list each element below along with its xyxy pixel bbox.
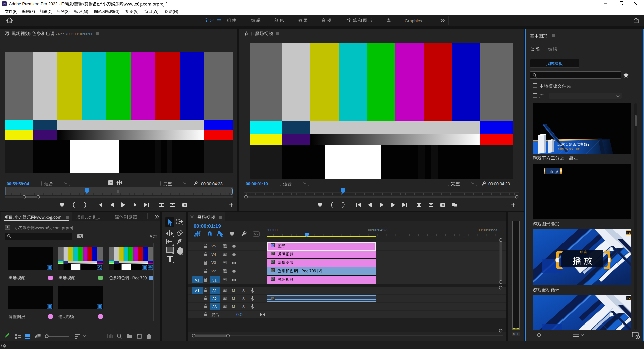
- svg-text::00:00: :00:00: [267, 228, 278, 232]
- svg-text:S: S: [517, 332, 519, 336]
- svg-text:S: S: [513, 332, 515, 336]
- svg-text:00:00:09:23: 00:00:09:23: [478, 228, 497, 232]
- svg-text:T: T: [627, 231, 629, 235]
- svg-text:T: T: [627, 297, 629, 300]
- svg-text:00:00:04:23: 00:00:04:23: [368, 228, 387, 232]
